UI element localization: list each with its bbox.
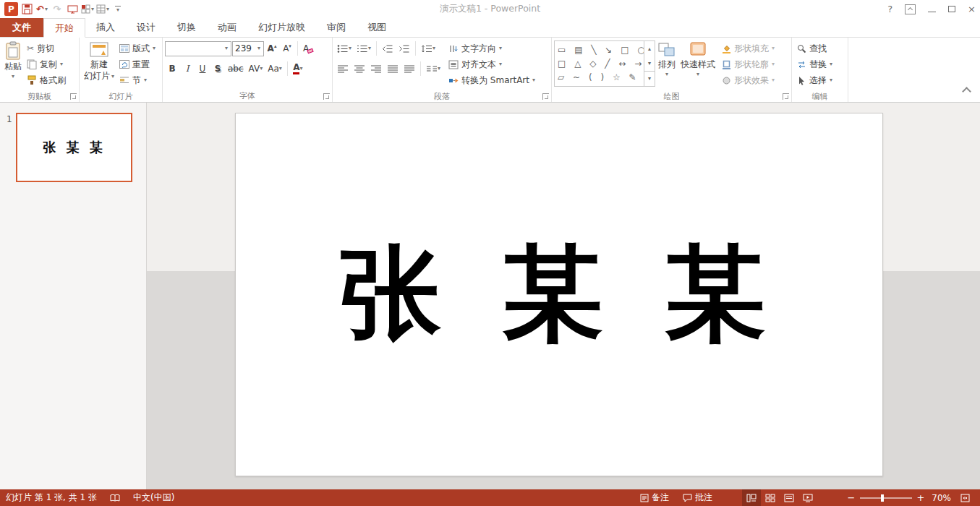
slide-indicator[interactable]: 幻灯片 第 1 张, 共 1 张 <box>6 492 97 504</box>
section-button[interactable]: 节 ▾ <box>116 72 158 88</box>
italic-button[interactable]: I <box>180 61 195 77</box>
shape-effects-button[interactable]: 形状效果 ▾ <box>719 72 777 88</box>
reading-view-button[interactable] <box>780 489 798 506</box>
tab-home[interactable]: 开始 <box>43 18 85 38</box>
font-color-button[interactable]: A▾ <box>291 61 305 77</box>
tab-animations[interactable]: 动画 <box>207 18 247 37</box>
shapes-row-3[interactable]: ▱ ~ ( ) ☆ ✎ <box>558 72 644 82</box>
distribute-text-button[interactable] <box>401 61 417 77</box>
format-painter-button[interactable]: 格式刷 <box>24 72 69 88</box>
language-indicator[interactable]: 中文(中国) <box>133 492 174 504</box>
arrange-label: 排列 <box>658 60 676 70</box>
table-tool-button[interactable]: ▾ <box>96 1 109 17</box>
normal-view-button[interactable] <box>742 489 761 506</box>
help-button[interactable]: ? <box>887 4 892 14</box>
grid-tool-button[interactable]: ▾ <box>81 1 94 17</box>
slide-thumbnail[interactable]: 张 某 某 <box>16 113 132 182</box>
align-right-button[interactable] <box>368 61 384 77</box>
font-name-select[interactable]: ▾ <box>165 41 231 56</box>
start-slideshow-button[interactable] <box>66 1 79 17</box>
tab-view[interactable]: 视图 <box>357 18 397 37</box>
save-button[interactable] <box>20 1 33 17</box>
tab-design[interactable]: 设计 <box>126 18 166 37</box>
arrange-button[interactable]: 排列 ▾ <box>655 38 678 90</box>
font-size-input[interactable] <box>233 42 255 56</box>
decrease-font-size-button[interactable]: A▾ <box>280 40 294 56</box>
clipboard-dialog-launcher[interactable] <box>70 93 77 100</box>
chevron-down-icon: ▾ <box>279 66 282 72</box>
shapes-more-button[interactable]: ▾ <box>644 71 655 86</box>
strikethrough-button[interactable]: abc <box>226 61 246 77</box>
font-name-input[interactable] <box>166 42 222 56</box>
columns-button[interactable]: ▾ <box>424 61 443 77</box>
slideshow-view-button[interactable] <box>798 489 817 506</box>
convert-smartart-button[interactable]: 转换为 SmartArt ▾ <box>446 72 538 88</box>
shapes-scroll-down-button[interactable]: ▾ <box>644 56 655 70</box>
tab-insert[interactable]: 插入 <box>85 18 126 37</box>
increase-indent-button[interactable] <box>396 40 412 56</box>
quick-styles-button[interactable]: 快速样式 ▾ <box>678 38 717 90</box>
slide-text[interactable]: 张 某 某 <box>339 226 778 364</box>
paragraph-dialog-launcher[interactable] <box>542 93 549 100</box>
line-spacing-button[interactable]: ▾ <box>419 40 438 56</box>
collapse-ribbon-button[interactable] <box>962 87 971 96</box>
shapes-row-2[interactable]: □ △ ◇ ╱ ↔ → ↓ <box>558 59 644 69</box>
align-text-button[interactable]: 对齐文本 ▾ <box>446 56 538 72</box>
redo-button[interactable]: ↷ <box>51 1 64 17</box>
text-shadow-button[interactable]: S <box>210 61 225 77</box>
zoom-out-button[interactable]: − <box>847 492 856 503</box>
ribbon-display-options-button[interactable] <box>905 4 916 14</box>
copy-button[interactable]: 复制 ▾ <box>24 56 69 72</box>
tab-review[interactable]: 审阅 <box>316 18 357 37</box>
font-dialog-launcher[interactable] <box>323 93 330 100</box>
bold-button[interactable]: B <box>165 61 179 77</box>
shapes-scroll-up-button[interactable]: ▴ <box>644 41 655 56</box>
replace-button[interactable]: 替换 ▾ <box>794 56 835 72</box>
slide-canvas[interactable]: 张 某 某 <box>235 113 883 476</box>
zoom-slider-thumb[interactable] <box>881 494 884 502</box>
new-slide-button[interactable]: 新建 幻灯片 ▾ <box>82 38 116 90</box>
align-center-button[interactable] <box>351 61 367 77</box>
font-size-select[interactable]: ▾ <box>232 41 264 56</box>
tab-file[interactable]: 文件 <box>0 18 43 37</box>
shapes-grid[interactable]: ▭ ▤ ╲ ↘ □ ○ □ △ ◇ ╱ ↔ → ↓ ▱ ~ ( ) ☆ ✎ <box>555 41 644 86</box>
comments-button[interactable]: 批注 <box>678 489 717 506</box>
select-button[interactable]: 选择 ▾ <box>794 72 835 88</box>
powerpoint-logo[interactable]: P <box>4 2 18 16</box>
maximize-button[interactable] <box>948 4 955 14</box>
undo-button[interactable]: ↶ ▾ <box>35 1 48 17</box>
cut-button[interactable]: ✂ 剪切 <box>24 40 69 56</box>
zoom-level[interactable]: 70% <box>929 493 951 503</box>
underline-button[interactable]: U <box>195 61 210 77</box>
fit-to-window-button[interactable] <box>955 489 974 506</box>
reset-button[interactable]: 重置 <box>116 56 158 72</box>
paste-button[interactable]: 粘贴 ▾ <box>2 38 24 90</box>
tab-slideshow[interactable]: 幻灯片放映 <box>247 18 316 37</box>
shapes-row-1[interactable]: ▭ ▤ ╲ ↘ □ ○ <box>558 45 644 55</box>
change-case-button[interactable]: Aa▾ <box>265 61 284 77</box>
slide-sorter-view-button[interactable] <box>761 489 780 506</box>
shape-outline-button[interactable]: 形状轮廓 ▾ <box>719 56 777 72</box>
increase-font-size-button[interactable]: A▴ <box>265 40 279 56</box>
shape-fill-button[interactable]: 形状填充 ▾ <box>719 40 777 56</box>
justify-button[interactable] <box>385 61 401 77</box>
text-direction-button[interactable]: 文字方向 ▾ <box>446 40 538 56</box>
notes-button[interactable]: 备注 <box>636 489 673 506</box>
bullets-button[interactable]: ▾ <box>335 40 354 56</box>
decrease-indent-button[interactable] <box>380 40 396 56</box>
character-spacing-button[interactable]: AV▾ <box>247 61 265 77</box>
spellcheck-button[interactable] <box>110 494 120 502</box>
tab-transitions[interactable]: 切换 <box>166 18 207 37</box>
shapes-gallery[interactable]: ▭ ▤ ╲ ↘ □ ○ □ △ ◇ ╱ ↔ → ↓ ▱ ~ ( ) ☆ ✎ ▴ … <box>554 40 655 87</box>
minimize-button[interactable] <box>928 4 936 14</box>
customize-qat-button[interactable]: ▾ <box>111 1 124 17</box>
find-button[interactable]: 查找 <box>794 40 835 56</box>
layout-button[interactable]: 版式 ▾ <box>116 40 158 56</box>
numbering-button[interactable]: ▾ <box>354 40 373 56</box>
align-left-button[interactable] <box>335 61 351 77</box>
clear-formatting-button[interactable]: A <box>301 40 315 56</box>
zoom-slider[interactable] <box>860 497 912 499</box>
zoom-in-button[interactable]: + <box>916 492 925 503</box>
drawing-dialog-launcher[interactable] <box>783 93 789 100</box>
close-button[interactable]: × <box>968 4 976 14</box>
